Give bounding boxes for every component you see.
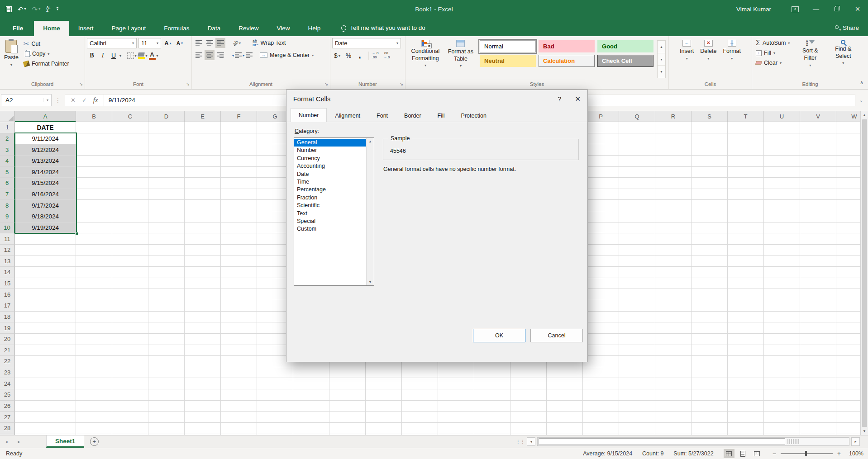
row-header-7[interactable]: 7	[0, 189, 15, 200]
category-list-scrollbar[interactable]: ▲ ▼	[366, 138, 374, 285]
category-text[interactable]: Text	[294, 210, 366, 218]
cell-r26[interactable]	[655, 401, 692, 412]
cell-s25[interactable]	[692, 389, 728, 401]
cell-r12[interactable]	[655, 245, 692, 256]
cell-f24[interactable]	[221, 378, 257, 389]
row-header-12[interactable]: 12	[0, 245, 15, 256]
cell-u4[interactable]	[764, 156, 800, 167]
column-header-t[interactable]: T	[728, 111, 764, 122]
bold-button[interactable]: B	[87, 51, 97, 61]
cell-v2[interactable]	[800, 133, 836, 145]
cell-t20[interactable]	[728, 334, 764, 345]
row-header-27[interactable]: 27	[0, 412, 15, 423]
cell-c25[interactable]	[112, 389, 148, 401]
row-header-26[interactable]: 26	[0, 401, 15, 412]
cell-a19[interactable]	[15, 322, 76, 334]
sort-filter-button[interactable]: AZ Sort & Filter ▾	[796, 38, 824, 80]
cell-p1[interactable]	[583, 122, 619, 133]
cell-p16[interactable]	[583, 289, 619, 300]
row-header-20[interactable]: 20	[0, 334, 15, 345]
cell-r18[interactable]	[655, 312, 692, 323]
cell-q18[interactable]	[619, 312, 655, 323]
gallery-up-icon[interactable]: ▲	[658, 41, 665, 53]
name-box[interactable]: A2▾	[1, 94, 52, 106]
cell-e4[interactable]	[185, 156, 221, 167]
cell-w8[interactable]	[836, 200, 860, 211]
ribbon-tab-view[interactable]: View	[267, 21, 299, 36]
row-header-21[interactable]: 21	[0, 345, 15, 356]
bottom-align-button[interactable]	[215, 38, 225, 48]
cell-f21[interactable]	[221, 345, 257, 356]
cell-l23[interactable]	[438, 367, 474, 379]
new-sheet-button[interactable]: +	[84, 435, 104, 448]
cell-b19[interactable]	[76, 322, 112, 334]
cell-u12[interactable]	[764, 245, 800, 256]
cell-u10[interactable]	[764, 222, 800, 234]
cell-b8[interactable]	[76, 200, 112, 211]
column-header-v[interactable]: V	[800, 111, 836, 122]
column-header-c[interactable]: C	[112, 111, 148, 122]
cell-p18[interactable]	[583, 312, 619, 323]
cell-b2[interactable]	[76, 133, 112, 145]
row-header-17[interactable]: 17	[0, 300, 15, 312]
cell-f18[interactable]	[221, 312, 257, 323]
cell-d3[interactable]	[148, 144, 185, 156]
cell-q28[interactable]	[619, 423, 655, 434]
cell-e28[interactable]	[185, 423, 221, 434]
cell-q20[interactable]	[619, 334, 655, 345]
cell-c28[interactable]	[112, 423, 148, 434]
cell-p12[interactable]	[583, 245, 619, 256]
cell-p5[interactable]	[583, 167, 619, 178]
cell-n27[interactable]	[510, 412, 547, 423]
cell-q22[interactable]	[619, 356, 655, 367]
cell-u11[interactable]	[764, 233, 800, 245]
cell-c16[interactable]	[112, 289, 148, 300]
cell-d10[interactable]	[148, 222, 185, 234]
cell-e3[interactable]	[185, 144, 221, 156]
cell-p14[interactable]	[583, 267, 619, 278]
cell-a6[interactable]: 9/15/2024	[15, 178, 76, 189]
cell-c22[interactable]	[112, 356, 148, 367]
clear-button[interactable]: Clear▾	[754, 58, 792, 68]
ribbon-tab-page-layout[interactable]: Page Layout	[103, 21, 155, 36]
cell-l25[interactable]	[438, 389, 474, 401]
cell-n26[interactable]	[510, 401, 547, 412]
cell-l28[interactable]	[438, 423, 474, 434]
orientation-button[interactable]: ab▾	[232, 38, 242, 48]
clipboard-dialog-launcher[interactable]: ↘	[79, 82, 83, 86]
number-dialog-launcher[interactable]: ↘	[400, 82, 403, 86]
cell-p9[interactable]	[583, 211, 619, 222]
cell-r13[interactable]	[655, 256, 692, 267]
cell-w17[interactable]	[836, 300, 860, 312]
cell-q21[interactable]	[619, 345, 655, 356]
cell-k24[interactable]	[402, 378, 438, 389]
column-header-q[interactable]: Q	[619, 111, 655, 122]
format-as-table-button[interactable]: Format as Table ▾	[444, 38, 477, 80]
cell-w26[interactable]	[836, 401, 860, 412]
cell-a28[interactable]	[15, 423, 76, 434]
cell-s10[interactable]	[692, 222, 728, 234]
cell-t15[interactable]	[728, 278, 764, 289]
cell-k25[interactable]	[402, 389, 438, 401]
cell-d4[interactable]	[148, 156, 185, 167]
cell-p4[interactable]	[583, 156, 619, 167]
cell-a16[interactable]	[15, 289, 76, 300]
row-header-6[interactable]: 6	[0, 178, 15, 189]
cell-q5[interactable]	[619, 167, 655, 178]
cell-q3[interactable]	[619, 144, 655, 156]
cell-f5[interactable]	[221, 167, 257, 178]
underline-button[interactable]: U	[109, 51, 119, 61]
cell-d1[interactable]	[148, 122, 185, 133]
cell-v19[interactable]	[800, 322, 836, 334]
cell-w19[interactable]	[836, 322, 860, 334]
dialog-tab-alignment[interactable]: Alignment	[327, 109, 368, 122]
cell-c1[interactable]	[112, 122, 148, 133]
cell-t14[interactable]	[728, 267, 764, 278]
scroll-up-icon[interactable]: ▲	[861, 111, 868, 119]
cell-v8[interactable]	[800, 200, 836, 211]
category-scientific[interactable]: Scientific	[294, 202, 366, 209]
align-right-button[interactable]	[215, 50, 225, 60]
cell-s22[interactable]	[692, 356, 728, 367]
cell-d14[interactable]	[148, 267, 185, 278]
cell-w25[interactable]	[836, 389, 860, 401]
